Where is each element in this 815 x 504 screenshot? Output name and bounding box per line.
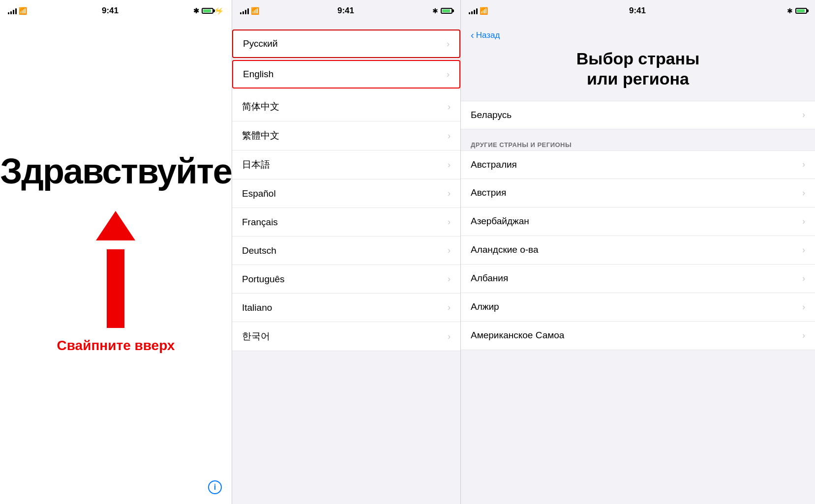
signal-area-2: 📶	[240, 7, 259, 15]
region-australia-label: Австралия	[471, 159, 517, 170]
lang-item-italian[interactable]: Italiano ›	[232, 294, 460, 322]
region-header: ‹ Назад Выбор страныили региона	[461, 22, 815, 101]
chevron-korean-icon: ›	[448, 331, 451, 342]
wifi-icon: 📶	[19, 7, 27, 15]
lang-item-german[interactable]: Deutsch ›	[232, 237, 460, 265]
battery-2-icon	[441, 8, 453, 14]
arrow-shaft	[107, 249, 124, 328]
other-regions-header: ДРУГИЕ СТРАНЫ И РЕГИОНЫ	[461, 137, 815, 150]
region-belarus-label: Беларусь	[471, 110, 512, 120]
chevron-russian-icon: ›	[447, 39, 450, 49]
language-group: English › 简体中文 › 繁體中文 › 日本語 › Español › …	[232, 60, 460, 351]
battery-area-2: ✱	[432, 7, 453, 15]
lang-item-russian[interactable]: Русский ›	[232, 30, 460, 58]
region-item-algeria[interactable]: Алжир ›	[461, 293, 815, 322]
battery-fill-3	[797, 9, 805, 12]
chevron-trad-chinese-icon: ›	[448, 131, 451, 141]
time-display: 9:41	[102, 6, 119, 16]
lang-english-label: English	[243, 69, 273, 80]
panel-language: 📶 9:41 ✱ Русский › English › 简体中文 ›	[232, 0, 461, 504]
wifi-2-icon: 📶	[251, 7, 259, 15]
signal-bars-3-icon	[469, 7, 478, 14]
region-item-australia[interactable]: Австралия ›	[461, 150, 815, 179]
chevron-american-samoa-icon: ›	[802, 330, 805, 341]
panel-region: 📶 9:41 ✱ ‹ Назад Выбор страныили региона…	[461, 0, 815, 504]
region-austria-label: Австрия	[471, 187, 506, 198]
lang-spanish-label: Español	[242, 188, 276, 199]
time-display-2: 9:41	[337, 6, 354, 16]
chevron-japanese-icon: ›	[448, 160, 451, 170]
chevron-french-icon: ›	[448, 217, 451, 227]
chevron-algeria-icon: ›	[802, 302, 805, 312]
region-item-albania[interactable]: Албания ›	[461, 265, 815, 293]
hello-content: Здравствуйте Свайпните вверх	[0, 151, 232, 354]
swipe-arrow-container: Свайпните вверх	[57, 211, 175, 354]
swipe-label: Свайпните вверх	[57, 338, 175, 354]
lang-item-trad-chinese[interactable]: 繁體中文 ›	[232, 121, 460, 150]
battery-area-3: ✱	[787, 7, 807, 15]
chevron-italian-icon: ›	[448, 302, 451, 313]
battery-fill	[203, 9, 211, 12]
status-bar-2: 📶 9:41 ✱	[232, 0, 460, 22]
time-display-3: 9:41	[629, 6, 646, 16]
region-aland-label: Аландские о-ва	[471, 244, 539, 255]
region-item-austria[interactable]: Австрия ›	[461, 179, 815, 208]
region-page-title: Выбор страныили региона	[471, 49, 805, 89]
lang-item-french[interactable]: Français ›	[232, 208, 460, 237]
signal-bars-icon	[8, 7, 17, 14]
lang-portuguese-label: Português	[242, 274, 285, 285]
chevron-english-icon: ›	[447, 69, 450, 80]
region-list: Беларусь › ДРУГИЕ СТРАНЫ И РЕГИОНЫ Австр…	[461, 101, 815, 504]
chevron-austria-icon: ›	[802, 188, 805, 198]
lang-italian-label: Italiano	[242, 302, 272, 313]
region-item-aland[interactable]: Аландские о-ва ›	[461, 236, 815, 265]
chevron-aland-icon: ›	[802, 245, 805, 255]
lang-korean-label: 한국어	[242, 330, 270, 343]
region-algeria-label: Алжир	[471, 301, 499, 312]
info-button[interactable]: i	[208, 480, 222, 494]
back-button[interactable]: ‹ Назад	[471, 30, 805, 41]
language-list: Русский › English › 简体中文 › 繁體中文 › 日本語 › …	[232, 22, 460, 504]
bluetooth-2-icon: ✱	[432, 7, 438, 15]
lang-trad-chinese-label: 繁體中文	[242, 129, 279, 142]
status-bar-1: 📶 9:41 ✱ ⚡	[0, 0, 232, 22]
lang-german-label: Deutsch	[242, 245, 276, 256]
lang-item-spanish[interactable]: Español ›	[232, 179, 460, 208]
chevron-german-icon: ›	[448, 245, 451, 256]
other-regions-section: ДРУГИЕ СТРАНЫ И РЕГИОНЫ Австралия › Авст…	[461, 137, 815, 350]
chevron-simp-chinese-icon: ›	[448, 102, 451, 112]
battery-fill-2	[442, 9, 450, 12]
lang-item-simplified-chinese[interactable]: 简体中文 ›	[232, 92, 460, 121]
status-bar-3: 📶 9:41 ✱	[461, 0, 815, 22]
arrow-up-icon	[96, 211, 135, 240]
signal-area: 📶	[8, 7, 27, 15]
chevron-portuguese-icon: ›	[448, 274, 451, 284]
lang-japanese-label: 日本語	[242, 158, 270, 171]
region-american-samoa-label: Американское Самоа	[471, 330, 564, 341]
lang-french-label: Français	[242, 217, 278, 228]
lang-item-korean[interactable]: 한국어 ›	[232, 322, 460, 351]
bluetooth-3-icon: ✱	[787, 7, 793, 15]
region-featured-group: Беларусь ›	[461, 101, 815, 129]
battery-area: ✱ ⚡	[193, 7, 224, 15]
chevron-belarus-icon: ›	[802, 110, 805, 120]
chevron-azerbaijan-icon: ›	[802, 216, 805, 227]
back-chevron-icon: ‹	[471, 30, 474, 41]
lang-item-english[interactable]: English ›	[232, 60, 460, 89]
lang-simplified-chinese-label: 简体中文	[242, 100, 279, 113]
back-label: Назад	[476, 30, 500, 40]
panel-hello: 📶 9:41 ✱ ⚡ Здравствуйте Свайпните вверх …	[0, 0, 232, 504]
chevron-australia-icon: ›	[802, 159, 805, 170]
region-item-american-samoa[interactable]: Американское Самоа ›	[461, 322, 815, 350]
region-item-azerbaijan[interactable]: Азербайджан ›	[461, 208, 815, 236]
chevron-albania-icon: ›	[802, 273, 805, 284]
hello-greeting: Здравствуйте	[0, 151, 232, 191]
chevron-spanish-icon: ›	[448, 188, 451, 199]
lang-russian-label: Русский	[243, 38, 278, 49]
lang-item-japanese[interactable]: 日本語 ›	[232, 150, 460, 179]
region-item-belarus[interactable]: Беларусь ›	[461, 101, 815, 129]
region-albania-label: Албания	[471, 273, 508, 284]
lang-item-portuguese[interactable]: Português ›	[232, 265, 460, 294]
bluetooth-icon: ✱	[193, 7, 199, 15]
signal-bars-2-icon	[240, 7, 249, 14]
